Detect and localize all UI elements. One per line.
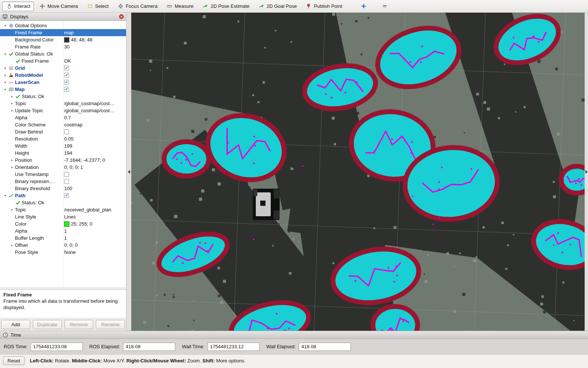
- property-value[interactable]: ✓: [64, 86, 69, 93]
- wall-time-input[interactable]: 1754481233.12: [207, 343, 260, 351]
- property-value[interactable]: -7.1644; -4.2377; 0: [64, 157, 105, 164]
- tree-row-robotmodel[interactable]: RobotModel✓: [0, 72, 126, 79]
- chevron-down-icon[interactable]: [2, 23, 8, 29]
- property-value[interactable]: ✓: [64, 79, 69, 86]
- property-value[interactable]: 0; 0; 0; 1: [64, 164, 83, 171]
- tree-row-global-status-ok[interactable]: Global Status: Ok: [0, 50, 126, 57]
- toolbar-button-measure[interactable]: Measure: [163, 1, 197, 11]
- property-value[interactable]: /received_global_plan: [64, 206, 111, 213]
- wall-elapsed-input[interactable]: 418.08: [299, 343, 351, 351]
- tree-row-height[interactable]: Height194: [0, 150, 126, 157]
- tree-row-topic[interactable]: Topic/received_global_plan: [0, 206, 126, 213]
- property-value[interactable]: map: [64, 29, 73, 36]
- property-value[interactable]: [64, 128, 69, 135]
- remove-tool-button[interactable]: [378, 1, 392, 11]
- checkbox[interactable]: [64, 179, 69, 184]
- property-value[interactable]: 194: [64, 150, 72, 157]
- toolbar-button-move-camera[interactable]: Move Camera: [35, 1, 82, 11]
- reset-button[interactable]: Reset: [3, 356, 25, 365]
- tree-row-grid[interactable]: Grid✓: [0, 65, 126, 72]
- chevron-down-icon[interactable]: [2, 51, 8, 57]
- left-splitter[interactable]: [126, 13, 132, 331]
- property-value[interactable]: 0; 0; 0: [64, 242, 78, 249]
- tree-row-alpha[interactable]: Alpha1: [0, 227, 126, 235]
- property-value[interactable]: ✓: [64, 72, 69, 79]
- tree-row-orientation[interactable]: Orientation0; 0; 0; 1: [0, 164, 126, 171]
- tree-row-color-scheme[interactable]: Color Schemecostmap: [0, 121, 126, 128]
- property-value[interactable]: /global_costmap/cost…: [64, 107, 114, 114]
- property-value[interactable]: /global_costmap/cost…: [64, 100, 114, 107]
- tree-row-fixed-frame[interactable]: Fixed FrameOK: [0, 57, 126, 65]
- tree-row-update-topic[interactable]: Update Topic/global_costmap/cost…: [0, 107, 126, 114]
- chevron-right-icon[interactable]: [9, 101, 15, 107]
- tree-row-buffer-length[interactable]: Buffer Length1: [0, 235, 126, 242]
- property-value[interactable]: 1: [64, 235, 67, 242]
- tree-row-position[interactable]: Position-7.1644; -4.2377; 0: [0, 157, 126, 164]
- tree-row-binary-represen[interactable]: Binary represen…: [0, 178, 126, 185]
- chevron-right-icon[interactable]: [2, 65, 8, 71]
- tree-row-binary-threshold[interactable]: Binary threshold100: [0, 185, 126, 192]
- property-value[interactable]: None: [64, 249, 76, 256]
- tree-row-alpha[interactable]: Alpha0.7: [0, 114, 126, 121]
- property-value[interactable]: 0.05: [64, 135, 73, 142]
- checkbox[interactable]: ✓: [64, 193, 69, 198]
- checkbox[interactable]: [64, 172, 69, 177]
- property-value[interactable]: 30: [64, 43, 69, 50]
- tree-row-draw-behind[interactable]: Draw Behind: [0, 128, 126, 135]
- collapse-left-icon[interactable]: [128, 170, 130, 174]
- chevron-right-icon[interactable]: [9, 164, 15, 170]
- right-splitter[interactable]: [585, 13, 588, 331]
- tree-row-use-timestamp[interactable]: Use Timestamp: [0, 171, 126, 178]
- toolbar-button-focus-camera[interactable]: Focus Camera: [114, 1, 161, 11]
- tree-row-line-style[interactable]: Line StyleLines: [0, 213, 126, 220]
- checkbox[interactable]: ✓: [64, 66, 69, 70]
- tree-row-laserscan[interactable]: LaserScan✓: [0, 79, 126, 86]
- property-value[interactable]: ✓: [64, 65, 69, 72]
- property-value[interactable]: costmap: [64, 121, 82, 128]
- add-button[interactable]: Add: [1, 320, 30, 329]
- chevron-right-icon[interactable]: [9, 108, 15, 114]
- ros-elapsed-input[interactable]: 418.08: [123, 343, 175, 351]
- property-value[interactable]: Lines: [64, 213, 76, 220]
- 3d-viewport[interactable]: [131, 13, 585, 331]
- property-value[interactable]: ✓: [64, 192, 69, 199]
- property-value[interactable]: 100: [64, 185, 72, 192]
- property-value[interactable]: 199: [64, 142, 72, 150]
- checkbox[interactable]: ✓: [64, 73, 69, 78]
- tree-row-map[interactable]: Map✓: [0, 86, 126, 93]
- checkbox[interactable]: ✓: [64, 80, 69, 85]
- toolbar-button-select[interactable]: Select: [83, 1, 112, 11]
- tree-row-global-options[interactable]: Global Options: [0, 22, 126, 29]
- checkbox[interactable]: ✓: [64, 87, 69, 92]
- tree-row-pose-style[interactable]: Pose StyleNone: [0, 249, 126, 256]
- collapse-right-icon[interactable]: [585, 170, 588, 174]
- property-value[interactable]: OK: [64, 57, 71, 65]
- toolbar-button-2d-goal-pose[interactable]: 2D Goal Pose: [255, 1, 301, 11]
- toolbar-button-2d-pose-estimate[interactable]: 2D Pose Estimate: [199, 1, 253, 11]
- tree-row-topic[interactable]: Topic/global_costmap/cost…: [0, 100, 126, 107]
- property-value[interactable]: 1: [64, 227, 67, 235]
- tree-row-fixed-frame[interactable]: Fixed Framemap: [0, 29, 126, 36]
- property-value[interactable]: [64, 178, 69, 185]
- tree-row-status-ok[interactable]: Status: Ok: [0, 93, 126, 100]
- property-value[interactable]: 0.7: [64, 114, 71, 121]
- chevron-right-icon[interactable]: [9, 242, 15, 248]
- tree-row-frame-rate[interactable]: Frame Rate30: [0, 43, 126, 50]
- tree-row-path[interactable]: Path✓: [0, 192, 126, 199]
- ros-time-input[interactable]: 1754481233.08: [31, 343, 83, 351]
- close-icon[interactable]: [118, 14, 124, 20]
- tree-row-status-ok[interactable]: Status: Ok: [0, 199, 126, 206]
- add-tool-button[interactable]: [357, 1, 371, 11]
- toolbar-button-publish-point[interactable]: Publish Point: [302, 1, 346, 11]
- chevron-right-icon[interactable]: [2, 72, 8, 78]
- chevron-right-icon[interactable]: [9, 157, 15, 163]
- tree-row-resolution[interactable]: Resolution0.05: [0, 135, 126, 142]
- tree-row-width[interactable]: Width199: [0, 142, 126, 150]
- tree-row-offset[interactable]: Offset0; 0; 0: [0, 242, 126, 249]
- property-value[interactable]: 25; 255; 0: [64, 220, 92, 227]
- chevron-down-icon[interactable]: [2, 193, 8, 199]
- chevron-down-icon[interactable]: [2, 87, 8, 92]
- property-value[interactable]: 48; 48; 48: [64, 36, 92, 43]
- checkbox[interactable]: [64, 129, 69, 134]
- tree-row-color[interactable]: Color25; 255; 0: [0, 220, 126, 227]
